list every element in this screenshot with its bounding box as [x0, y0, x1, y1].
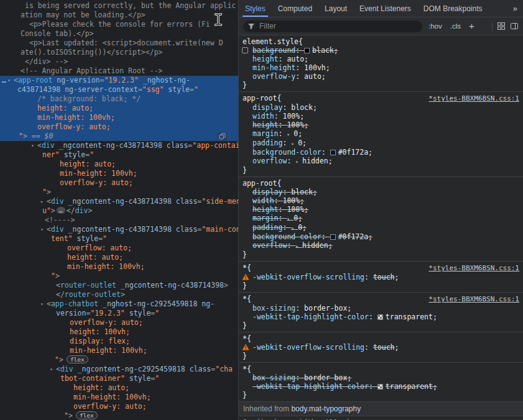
css-property-row[interactable]: background-color: #0f172a;: [239, 232, 523, 241]
property-name[interactable]: width: [252, 196, 274, 205]
dom-tree-row[interactable]: tent" style=": [0, 234, 238, 244]
rule-selector[interactable]: *: [243, 334, 247, 343]
property-value[interactable]: hidden: [302, 157, 328, 165]
property-value[interactable]: 100%: [287, 121, 304, 129]
property-value[interactable]: #0f172a: [338, 148, 368, 157]
color-swatch[interactable]: [330, 234, 336, 240]
property-name[interactable]: -webkit-tap-highlight-color: [252, 313, 369, 321]
dom-tree-row[interactable]: ation may not be loading.</p>: [0, 11, 238, 20]
property-name[interactable]: height: [252, 205, 279, 214]
tab-event-listeners[interactable]: Event Listeners: [353, 0, 417, 17]
tab-dom-breakpoints[interactable]: DOM Breakpoints: [417, 0, 489, 17]
property-name[interactable]: background-color: [252, 148, 322, 157]
expand-shorthand-icon[interactable]: ▸: [291, 140, 298, 147]
dom-tree-row[interactable]: overflow-y: auto;: [0, 122, 238, 132]
dom-tree-row[interactable]: ▾<app-chatbot _nghost-ng-c2925459818 ng-: [0, 299, 238, 309]
dom-tree-row[interactable]: <router-outlet _ngcontent-ng-c438714398>: [0, 281, 238, 290]
dom-tree-row[interactable]: ">flex: [0, 411, 238, 420]
property-name[interactable]: padding: [252, 223, 282, 232]
css-property-row[interactable]: margin: ▸ 0;: [239, 129, 523, 139]
dom-tree-row[interactable]: </router-outlet>: [0, 290, 238, 299]
css-property-row[interactable]: box-sizing: border-box;: [239, 304, 523, 313]
expand-arrow-icon[interactable]: ▾: [40, 299, 44, 309]
dom-tree-row[interactable]: overflow-y: auto;: [0, 402, 238, 411]
dom-tree-row[interactable]: u">…</div>: [0, 206, 238, 216]
expand-arrow-icon[interactable]: ▾: [31, 141, 34, 150]
stylesheet-source-link[interactable]: *styles-BBXM6BSN.css:1: [422, 264, 519, 273]
property-value[interactable]: transparent: [386, 382, 433, 391]
css-property-row[interactable]: display: block;: [239, 103, 523, 112]
css-property-row[interactable]: padding: ▸ 0;: [239, 139, 523, 148]
rule-selector[interactable]: *: [243, 294, 247, 303]
expand-arrow-icon[interactable]: ▾: [40, 225, 44, 234]
new-style-rule-button[interactable]: +: [467, 22, 476, 30]
property-value[interactable]: 100vh: [304, 63, 326, 72]
css-property-row[interactable]: -webkit-overflow-scrolling: touch;: [239, 273, 523, 281]
property-value[interactable]: hidden: [302, 241, 328, 250]
property-name[interactable]: margin: [252, 214, 279, 222]
css-property-row[interactable]: overflow: ▸ hidden;: [239, 157, 523, 166]
css-property-row[interactable]: min-height: 100vh;: [239, 63, 523, 72]
css-property-row[interactable]: background-color: #0f172a;: [239, 148, 523, 157]
inline-expand-button[interactable]: …: [57, 207, 65, 214]
dom-tree-row[interactable]: ">: [0, 188, 238, 197]
dom-tree-row[interactable]: ">flex: [0, 355, 238, 365]
expand-arrow-icon[interactable]: ▾: [7, 76, 11, 85]
property-value[interactable]: black: [312, 46, 334, 55]
property-value[interactable]: 100%: [282, 112, 300, 121]
stylesheet-source-link[interactable]: *styles-BBXM6BSN.css:1: [422, 94, 519, 103]
property-value[interactable]: border-box: [304, 373, 347, 382]
css-property-row[interactable]: display: block;: [239, 188, 523, 196]
property-name[interactable]: -webkit-overflow-scrolling: [252, 343, 364, 352]
property-value[interactable]: transparent: [386, 313, 433, 321]
dom-tree-row[interactable]: version="19.2.3" style=": [0, 309, 238, 318]
property-name[interactable]: -webkit-tap-highlight-color: [252, 382, 369, 391]
more-tabs-button[interactable]: »: [507, 0, 523, 17]
css-property-row[interactable]: height: auto;: [239, 55, 523, 63]
dom-tree-row[interactable]: is being served correctly, but the Angul…: [0, 1, 238, 11]
tab-computed[interactable]: Computed: [272, 0, 318, 17]
css-property-row[interactable]: margin: ▸ 0;: [239, 214, 523, 223]
property-name[interactable]: overflow: [252, 157, 287, 165]
color-swatch[interactable]: [377, 384, 383, 390]
property-name[interactable]: height: [252, 55, 279, 63]
dom-tree-row[interactable]: Console tab).</p>: [0, 29, 238, 39]
property-value[interactable]: auto: [304, 72, 322, 81]
dom-tree-row[interactable]: height: auto;: [0, 160, 238, 169]
dom-tree-row[interactable]: height: auto;: [0, 383, 238, 393]
rule-selector[interactable]: element.style: [243, 37, 299, 46]
property-value[interactable]: 100%: [282, 196, 300, 205]
dom-tree-row[interactable]: height: auto;: [0, 253, 238, 262]
property-value[interactable]: 100%: [287, 205, 304, 214]
dom-tree-row[interactable]: min-height: 100vh;: [0, 346, 238, 355]
expand-shorthand-icon[interactable]: ▸: [291, 225, 298, 231]
dom-tree-row[interactable]: min-height: 100vh;: [0, 113, 238, 122]
property-value[interactable]: border-box: [304, 304, 347, 313]
property-name[interactable]: padding: [252, 139, 282, 147]
expand-shorthand-icon[interactable]: ▸: [295, 158, 302, 165]
dom-tree-row[interactable]: ▾<div _ngcontent-ng-c2925459818 class="c…: [0, 365, 238, 374]
property-name[interactable]: overflow-y: [252, 72, 295, 81]
dom-tree-row[interactable]: min-height: 100vh;: [0, 262, 238, 272]
color-swatch[interactable]: [304, 48, 310, 53]
color-swatch[interactable]: [330, 150, 336, 155]
expand-shorthand-icon[interactable]: ▸: [287, 131, 294, 137]
dom-tree-row[interactable]: /* background: black; */: [0, 94, 238, 104]
rule-selector[interactable]: app-root: [243, 179, 277, 188]
dom-tree-row[interactable]: ate().toISOString())</script></p>: [0, 48, 238, 57]
dom-tree-row[interactable]: ▸<div _ngcontent-ng-c438714398 class="si…: [0, 197, 238, 206]
property-name[interactable]: width: [252, 112, 274, 121]
dom-tree-row[interactable]: <p>Last updated: <script>document.write(…: [0, 39, 238, 48]
css-property-row[interactable]: box-sizing: border-box;: [239, 373, 523, 382]
expand-shorthand-icon[interactable]: ▸: [295, 243, 302, 249]
dom-tree-row[interactable]: display: flex;: [0, 337, 238, 346]
css-property-row[interactable]: width: 100%;: [239, 112, 523, 121]
dom-tree-row[interactable]: ▾<div _ngcontent-ng-c438714398 class="ap…: [0, 141, 238, 150]
property-name[interactable]: margin: [252, 129, 279, 138]
dom-tree-row[interactable]: overflow-y: auto;: [0, 318, 238, 327]
property-value[interactable]: auto: [287, 55, 304, 63]
rule-selector[interactable]: *: [243, 263, 247, 272]
property-name[interactable]: display: [252, 188, 282, 196]
css-property-row[interactable]: overflow-y: auto;: [239, 72, 523, 81]
filter-input[interactable]: [258, 21, 418, 31]
